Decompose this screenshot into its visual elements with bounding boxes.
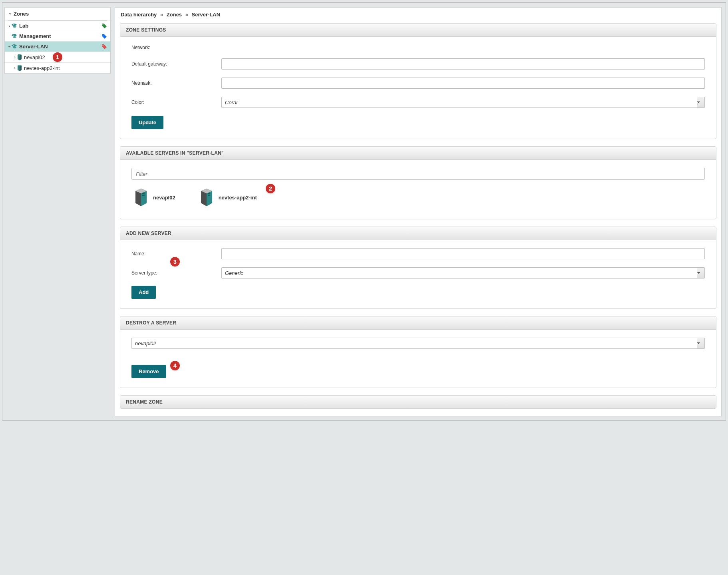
color-label: Color: (131, 99, 221, 105)
server-icon (134, 189, 148, 206)
zone-icon (11, 44, 18, 50)
panel-header: RENAME ZONE (120, 396, 716, 408)
svg-point-0 (13, 24, 14, 25)
server-name: nevapl02 (153, 195, 175, 201)
filter-input[interactable] (131, 168, 705, 180)
panel-destroy-server: DESTROY A SERVER nevapl02 Remove 4 (120, 316, 716, 388)
panel-available-servers: AVAILABLE SERVERS IN "SERVER-LAN" (120, 146, 716, 219)
color-select[interactable]: Coral (221, 97, 705, 108)
breadcrumb-root[interactable]: Data hierarchy (121, 12, 157, 18)
tag-icon (101, 34, 107, 39)
app-frame: Zones Lab Management (2, 2, 726, 421)
server-name-input[interactable] (221, 248, 705, 259)
panel-zone-settings: ZONE SETTINGS Network: Default gateway: … (120, 23, 716, 139)
sidebar-item-lab[interactable]: Lab (5, 21, 110, 31)
chevron-down-icon (7, 44, 11, 49)
main: Data hierarchy » Zones » Server-LAN ZONE… (115, 3, 726, 420)
sidebar-header[interactable]: Zones (5, 8, 110, 20)
zone-icon (11, 34, 18, 39)
chevron-right-icon (13, 66, 17, 70)
panel-header: ZONE SETTINGS (120, 24, 716, 37)
panel-rename-zone: RENAME ZONE (120, 395, 716, 409)
svg-point-4 (13, 45, 14, 46)
panel-header: AVAILABLE SERVERS IN "SERVER-LAN" (120, 147, 716, 160)
panel-header: ADD NEW SERVER (120, 227, 716, 240)
destroy-server-select[interactable]: nevapl02 (131, 338, 705, 349)
annotation-badge-1: 1 (53, 52, 62, 62)
remove-button[interactable]: Remove (131, 365, 166, 378)
tag-icon (101, 44, 107, 50)
sidebar-item-label: Management (18, 33, 101, 39)
sidebar-item-server-nevtes[interactable]: nevtes-app2-int (5, 63, 110, 73)
sidebar-item-label: nevapl02 (22, 54, 107, 60)
breadcrumb-leaf: Server-LAN (192, 12, 221, 18)
svg-point-1 (103, 24, 103, 25)
add-button[interactable]: Add (131, 286, 156, 299)
sidebar-item-server-nevapl02[interactable]: nevapl02 1 (5, 52, 110, 63)
server-item[interactable]: nevapl02 (134, 189, 175, 206)
tag-icon (101, 23, 107, 29)
sidebar-item-label: Lab (18, 23, 101, 29)
annotation-badge-2: 2 (266, 184, 275, 193)
panel-add-server: ADD NEW SERVER Name: Server type: Generi… (120, 227, 716, 309)
gateway-label: Default gateway: (131, 61, 221, 67)
svg-rect-9 (208, 195, 210, 196)
server-icon (17, 65, 22, 71)
svg-rect-7 (142, 195, 145, 196)
svg-point-2 (13, 34, 14, 35)
chevron-right-icon (7, 24, 11, 28)
update-button[interactable]: Update (131, 116, 163, 129)
sidebar-item-label: Server-LAN (18, 44, 101, 50)
annotation-badge-4: 4 (170, 361, 180, 370)
netmask-input[interactable] (221, 78, 705, 89)
breadcrumb-sep: » (183, 12, 190, 18)
sidebar: Zones Lab Management (2, 3, 115, 420)
breadcrumb: Data hierarchy » Zones » Server-LAN (120, 12, 716, 23)
server-name: nevtes-app2-int (219, 195, 257, 201)
breadcrumb-zones[interactable]: Zones (167, 12, 182, 18)
svg-rect-6 (142, 193, 145, 194)
sidebar-item-management[interactable]: Management (5, 31, 110, 42)
svg-point-5 (103, 45, 103, 46)
sidebar-panel: Zones Lab Management (4, 7, 111, 74)
gateway-input[interactable] (221, 58, 705, 70)
main-panel: Data hierarchy » Zones » Server-LAN ZONE… (115, 7, 722, 416)
sidebar-item-server-lan[interactable]: Server-LAN (5, 42, 110, 52)
server-icon (17, 54, 22, 60)
panel-header: DESTROY A SERVER (120, 316, 716, 330)
server-item[interactable]: nevtes-app2-int (199, 189, 257, 206)
server-icon (199, 189, 214, 206)
network-label: Network: (131, 45, 221, 50)
server-type-select[interactable]: Generic (221, 267, 705, 279)
server-type-label: Server type: (131, 270, 221, 276)
breadcrumb-sep: » (158, 12, 165, 18)
svg-rect-8 (208, 193, 210, 194)
chevron-down-icon (8, 11, 12, 16)
zone-icon (11, 23, 18, 29)
annotation-badge-3: 3 (170, 257, 180, 267)
chevron-right-icon (13, 55, 17, 60)
netmask-label: Netmask: (131, 80, 221, 86)
sidebar-item-label: nevtes-app2-int (22, 65, 107, 71)
server-name-label: Name: (131, 251, 221, 257)
sidebar-title: Zones (14, 11, 29, 17)
svg-point-3 (103, 34, 103, 35)
